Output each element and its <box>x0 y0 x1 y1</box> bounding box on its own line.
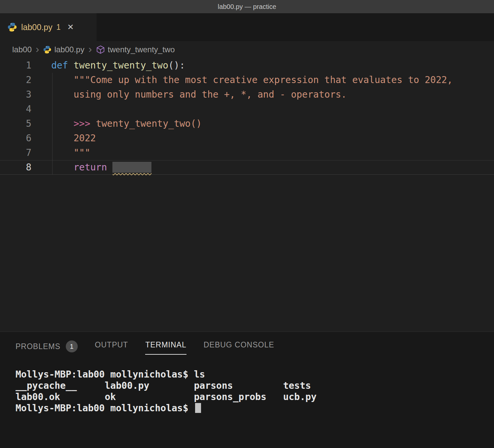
code-token: return <box>73 162 107 173</box>
line-number: 4 <box>0 102 31 116</box>
code-line[interactable]: 8 return <box>0 160 494 175</box>
line-content: return <box>31 160 151 175</box>
line-content: >>> twenty_twenty_two() <box>31 116 202 131</box>
line-number: 3 <box>0 87 31 102</box>
python-icon <box>7 22 17 32</box>
breadcrumb-item-file[interactable]: lab00.py <box>54 45 84 54</box>
symbol-namespace-cube-icon <box>96 45 105 54</box>
code-token: twenty_twenty_two <box>73 60 168 71</box>
code-token <box>90 118 96 129</box>
chevron-right-icon: › <box>36 44 39 54</box>
terminal-cursor <box>195 403 201 413</box>
line-number: 6 <box>0 131 31 146</box>
line-content <box>31 102 51 116</box>
breadcrumb-item-folder[interactable]: lab00 <box>12 45 32 54</box>
code-line[interactable]: 4 <box>0 102 494 116</box>
terminal-output[interactable]: Mollys-MBP:lab00 mollynicholas$ ls__pyca… <box>0 358 494 414</box>
line-number: 7 <box>0 146 31 160</box>
panel-tab-output[interactable]: OUTPUT <box>95 340 128 355</box>
code-line[interactable]: 5 >>> twenty_twenty_two() <box>0 116 494 131</box>
tab-label: lab00.py <box>21 22 53 32</box>
line-content: """ <box>31 146 90 160</box>
code-line[interactable]: 2 """Come up with the most creative expr… <box>0 73 494 87</box>
window-title-bar: lab00.py — practice <box>0 0 494 13</box>
panel-tab-problems[interactable]: PROBLEMS1 <box>16 340 78 358</box>
terminal-line: Mollys-MBP:lab00 mollynicholas$ ls <box>16 369 494 380</box>
selection-placeholder <box>112 162 151 173</box>
code-token: """Come up with the most creative expres… <box>73 74 452 85</box>
line-content: """Come up with the most creative expres… <box>31 73 453 87</box>
line-number: 8 <box>0 160 31 175</box>
code-line[interactable]: 1def twenty_twenty_two(): <box>0 58 494 73</box>
breadcrumb-item-symbol[interactable]: twenty_twenty_two <box>108 45 175 54</box>
panel-tab-debug-console[interactable]: DEBUG CONSOLE <box>204 340 274 355</box>
python-icon <box>43 45 52 54</box>
code-token: using only numbers and the +, *, and - o… <box>73 89 347 100</box>
code-token <box>51 133 73 144</box>
code-token <box>68 60 74 71</box>
chevron-right-icon: › <box>88 44 92 54</box>
close-icon[interactable]: ✕ <box>67 22 74 32</box>
panel-tabs: PROBLEMS1OUTPUTTERMINALDEBUG CONSOLE <box>0 332 494 358</box>
editor-tab-bar: lab00.py 1 ✕ <box>0 13 494 41</box>
line-content: using only numbers and the +, *, and - o… <box>31 87 347 102</box>
code-token: twenty_twenty_two() <box>96 118 202 129</box>
code-line[interactable]: 7 """ <box>0 146 494 160</box>
panel-tab-label: TERMINAL <box>145 340 186 349</box>
line-content: 2022 <box>31 131 96 146</box>
line-number: 1 <box>0 58 31 73</box>
code-token <box>51 118 73 129</box>
bottom-panel: PROBLEMS1OUTPUTTERMINALDEBUG CONSOLE Mol… <box>0 332 494 448</box>
line-number: 2 <box>0 73 31 87</box>
code-token: (): <box>168 60 185 71</box>
code-token: 2022 <box>73 133 96 144</box>
code-line[interactable]: 3 using only numbers and the +, *, and -… <box>0 87 494 102</box>
code-token: >>> <box>73 118 90 129</box>
window-title: lab00.py — practice <box>218 3 276 11</box>
code-token: """ <box>73 147 90 158</box>
code-token <box>51 147 73 158</box>
code-editor[interactable]: 1def twenty_twenty_two():2 """Come up wi… <box>0 58 494 332</box>
problems-count-badge: 1 <box>66 340 78 352</box>
panel-tab-label: PROBLEMS <box>16 342 61 351</box>
breadcrumb: lab00 › lab00.py › twenty_twenty_two <box>0 41 494 58</box>
terminal-line: lab00.ok ok parsons_probs ucb.py <box>16 391 494 403</box>
tab-lab00-py[interactable]: lab00.py 1 ✕ <box>0 13 97 41</box>
code-token <box>51 162 73 173</box>
panel-tab-label: OUTPUT <box>95 340 128 349</box>
panel-tab-label: DEBUG CONSOLE <box>204 340 274 349</box>
tab-problems-count: 1 <box>57 23 61 32</box>
code-token <box>107 162 113 173</box>
code-token <box>51 89 73 100</box>
line-content: def twenty_twenty_two(): <box>31 58 185 73</box>
code-line[interactable]: 6 2022 <box>0 131 494 146</box>
panel-tab-terminal[interactable]: TERMINAL <box>145 340 186 355</box>
code-token: def <box>51 60 68 71</box>
indent-guide <box>52 73 53 175</box>
terminal-line: __pycache__ lab00.py parsons tests <box>16 380 494 391</box>
code-lines: 1def twenty_twenty_two():2 """Come up wi… <box>0 58 494 175</box>
terminal-line: Mollys-MBP:lab00 mollynicholas$ <box>16 403 494 414</box>
code-token <box>51 74 73 85</box>
line-number: 5 <box>0 116 31 131</box>
